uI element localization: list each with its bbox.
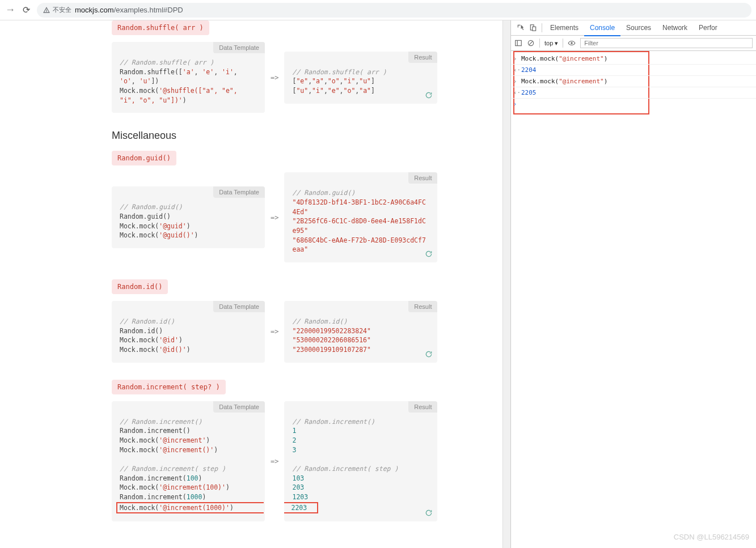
section-title-misc: Miscellaneous [112,130,497,142]
console-toolbar: top ▾ [511,36,756,51]
result-box: Result // Random.id() "22000019950228382… [284,301,437,363]
template-box: Data Template // Random.guid() Random.gu… [112,186,265,248]
tab-performance[interactable]: Perfor [693,20,723,35]
console-line: › Mock.mock("@increment") [511,53,756,65]
result-tab: Result [408,52,437,63]
url-text: mockjs.com/examples.html#DPD [75,6,183,14]
console-line: ‹· 2205 [511,87,756,99]
example-increment: Data Template // Random.increment() Rand… [112,401,497,522]
svg-rect-2 [516,41,522,46]
filter-input[interactable] [580,38,753,48]
console-prompt[interactable]: › [511,99,756,102]
url-bar[interactable]: 不安全 mockjs.com/examples.html#DPD [37,3,751,18]
refresh-icon[interactable] [425,508,433,517]
arrow-separator: => [271,74,278,82]
example-guid: Data Template // Random.guid() Random.gu… [112,172,497,262]
svg-rect-1 [533,27,536,31]
inspect-icon[interactable] [514,24,527,32]
tab-network[interactable]: Network [657,20,693,35]
template-box: Data Template // Random.shuffle( arr ) R… [112,42,265,113]
console-line: › Mock.mock("@increment") [511,76,756,87]
method-tag-guid: Random.guid() [112,151,176,165]
browser-toolbar: → ⟳ 不安全 mockjs.com/examples.html#DPD [0,0,756,20]
result-box: Result // Random.shuffle( arr ) ["e","a"… [284,52,437,104]
page-scrollbar[interactable] [502,20,510,548]
method-tag-increment: Random.increment( step? ) [112,380,226,394]
svg-line-5 [529,41,533,45]
svg-point-6 [571,43,573,45]
insecure-label: 不安全 [53,6,71,14]
sidebar-toggle-icon[interactable] [514,39,522,48]
device-icon[interactable] [527,24,539,32]
method-tag-shuffle: Random.shuffle( arr ) [112,20,209,35]
template-box: Data Template // Random.increment() Rand… [112,401,265,522]
result-box: Result // Random.increment() 1 2 3 // Ra… [284,401,437,522]
method-tag-id: Random.id() [112,279,168,294]
reload-button[interactable]: ⟳ [23,5,30,15]
result-box: Result // Random.guid() "4Df8132D-bf14-3… [284,172,437,262]
devtools-tabs: Elements Console Sources Network Perfor [511,20,756,36]
template-box: Data Template // Random.id() Random.id()… [112,301,265,363]
clear-console-icon[interactable] [527,39,535,48]
refresh-icon[interactable] [425,349,433,358]
tab-sources[interactable]: Sources [620,20,657,35]
console-output[interactable]: › Mock.mock("@increment") ‹· 2204 › Mock… [511,51,756,548]
page-content[interactable]: Random.shuffle( arr ) Data Template // R… [0,20,502,548]
console-line: ‹· 2204 [511,65,756,76]
context-selector[interactable]: top ▾ [544,40,558,47]
example-shuffle: Data Template // Random.shuffle( arr ) R… [112,42,497,113]
forward-button[interactable]: → [5,4,16,16]
tab-elements[interactable]: Elements [544,20,584,35]
warning-icon [43,6,50,14]
live-expression-icon[interactable] [568,39,576,48]
tab-console[interactable]: Console [584,20,620,36]
devtools-panel: Elements Console Sources Network Perfor … [510,20,756,548]
example-id: Data Template // Random.id() Random.id()… [112,301,497,363]
security-badge: 不安全 [43,6,71,14]
template-tab: Data Template [213,42,265,53]
refresh-icon[interactable] [425,90,433,99]
refresh-icon[interactable] [425,249,433,258]
